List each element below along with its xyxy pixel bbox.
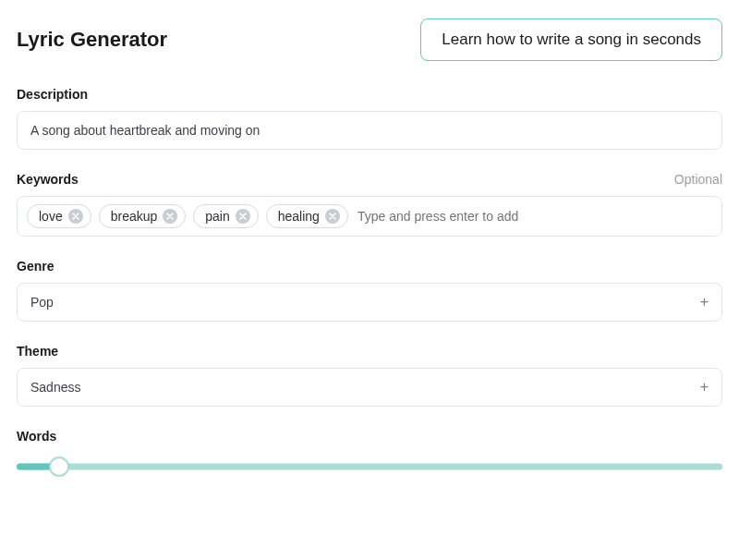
tag-chip: breakup xyxy=(99,204,187,228)
learn-button[interactable]: Learn how to write a song in seconds xyxy=(420,18,722,61)
keywords-label: Keywords xyxy=(17,172,79,187)
theme-block: Theme Sadness + xyxy=(17,344,722,407)
plus-icon: + xyxy=(700,380,709,395)
keywords-field[interactable]: love breakup pain healing xyxy=(17,196,722,237)
plus-icon: + xyxy=(700,295,709,310)
tag-chip: healing xyxy=(266,204,348,228)
words-label: Words xyxy=(17,429,56,444)
theme-select[interactable]: Sadness + xyxy=(17,368,722,407)
slider-thumb[interactable] xyxy=(49,457,69,477)
slider-track xyxy=(17,464,722,470)
description-block: Description xyxy=(17,87,722,150)
close-icon[interactable] xyxy=(68,209,83,224)
genre-block: Genre Pop + xyxy=(17,259,722,322)
close-icon[interactable] xyxy=(163,209,177,224)
tag-label: pain xyxy=(205,209,229,224)
close-icon[interactable] xyxy=(236,209,250,224)
theme-label: Theme xyxy=(17,344,58,359)
keywords-input[interactable] xyxy=(356,205,712,227)
words-block: Words xyxy=(17,429,722,477)
tag-label: love xyxy=(39,209,63,224)
genre-select[interactable]: Pop + xyxy=(17,283,722,322)
tag-label: healing xyxy=(278,209,320,224)
keywords-block: Keywords Optional love breakup pain heal… xyxy=(17,172,722,237)
description-label: Description xyxy=(17,87,88,102)
tag-label: breakup xyxy=(111,209,158,224)
description-input[interactable] xyxy=(17,111,722,150)
genre-label: Genre xyxy=(17,259,54,274)
genre-value: Pop xyxy=(30,295,54,310)
keywords-optional: Optional xyxy=(674,172,722,187)
header-row: Lyric Generator Learn how to write a son… xyxy=(17,18,722,61)
close-icon[interactable] xyxy=(325,209,340,224)
tag-chip: pain xyxy=(193,204,258,228)
tag-chip: love xyxy=(27,204,91,228)
theme-value: Sadness xyxy=(30,380,80,395)
page-title: Lyric Generator xyxy=(17,28,167,52)
words-slider[interactable] xyxy=(17,457,722,477)
